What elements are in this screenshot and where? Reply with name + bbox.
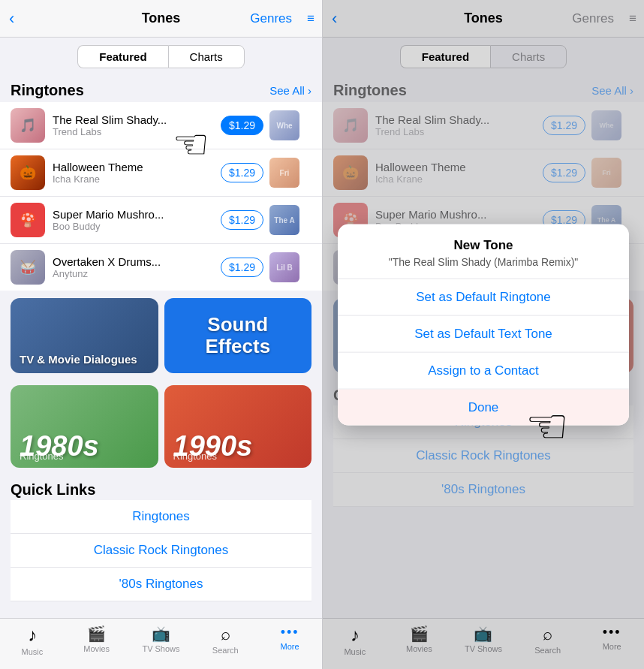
left-nav-bar: ‹ Tones Genres ≡ xyxy=(0,0,322,38)
left-tile-tv-label: TV & Movie Dialogues xyxy=(20,353,137,366)
left-tiles-row-1: TV & Movie Dialogues SoundEffects xyxy=(0,292,322,379)
left-price-btn-1[interactable]: $1.29 xyxy=(221,116,263,135)
left-tab-more-label: More xyxy=(281,642,299,651)
left-tab-tvshows-label: TV Shows xyxy=(142,644,179,653)
left-genres-button[interactable]: Genres xyxy=(250,11,292,26)
left-ringtone-artist-2: Icha Krane xyxy=(53,173,221,185)
action-sheet-header: New Tone "The Real Slim Shady (Marimba R… xyxy=(338,224,629,279)
left-price-btn-4[interactable]: $1.29 xyxy=(221,258,263,277)
left-ringtones-header: Ringtones See All › xyxy=(0,74,322,102)
list-item[interactable]: '80s Ringtones xyxy=(11,568,311,601)
search-icon: ⌕ xyxy=(221,625,230,644)
left-tab-music-label: Music xyxy=(22,647,44,656)
left-tile-1990s[interactable]: 1990s Ringtones xyxy=(164,385,312,468)
left-tile-sfx-label: SoundEffects xyxy=(205,314,270,357)
left-tab-search-label: Search xyxy=(212,646,239,655)
left-charts-tab[interactable]: Charts xyxy=(168,45,245,68)
left-1980s-sub: Ringtones xyxy=(20,451,64,462)
set-default-text-tone-button[interactable]: Set as Default Text Tone xyxy=(338,315,629,352)
right-action-sheet: New Tone "The Real Slim Shady (Marimba R… xyxy=(338,224,629,425)
done-button[interactable]: Done xyxy=(338,389,629,425)
table-row[interactable]: 🎵 The Real Slim Shady... Trend Labs $1.2… xyxy=(0,102,322,149)
left-tiles-row-2: 1980s Ringtones 1990s Ringtones xyxy=(0,379,322,474)
left-ringtone-name-2: Halloween Theme xyxy=(53,161,221,173)
left-art-4: 🥁 xyxy=(11,250,45,285)
left-ringtone-artist-4: Anytunz xyxy=(53,268,221,279)
left-ringtones-title: Ringtones xyxy=(11,82,84,99)
left-art-3: 🍄 xyxy=(11,203,45,237)
left-1990s-sub: Ringtones xyxy=(173,451,218,462)
left-art-1: 🎵 xyxy=(11,108,45,143)
table-row[interactable]: 🥁 Overtaken X Drums... Anytunz $1.29 Lil… xyxy=(0,244,322,291)
left-art-2: 🎃 xyxy=(11,155,45,190)
list-item[interactable]: Classic Rock Ringtones xyxy=(11,534,311,568)
movies-icon: 🎬 xyxy=(87,625,106,643)
left-ringtone-name-1: The Real Slim Shady... xyxy=(53,113,221,126)
left-ringtone-name-3: Super Mario Mushro... xyxy=(53,208,221,221)
table-row[interactable]: 🎃 Halloween Theme Icha Krane $1.29 Fri xyxy=(0,149,322,197)
left-list-icon[interactable]: ≡ xyxy=(307,11,314,26)
action-sheet-subtitle: "The Real Slim Shady (Marimba Remix)" xyxy=(348,255,618,267)
tvshows-icon: 📺 xyxy=(152,625,170,643)
left-ringtone-artist-1: Trend Labs xyxy=(53,126,221,137)
left-extra-art-1: Whe xyxy=(269,110,311,140)
left-ringtone-info-4: Overtaken X Drums... Anytunz xyxy=(53,255,221,279)
music-icon: ♪ xyxy=(28,625,37,646)
left-tab-search[interactable]: ⌕ Search xyxy=(193,623,257,656)
left-quick-links: Quick Links Ringtones Classic Rock Ringt… xyxy=(0,474,322,601)
more-icon: ••• xyxy=(281,625,299,640)
table-row[interactable]: 🍄 Super Mario Mushro... Boo Buddy $1.29 … xyxy=(0,197,322,244)
left-tab-bar: ♪ Music 🎬 Movies 📺 TV Shows ⌕ Search •••… xyxy=(0,618,322,669)
left-tab-movies-label: Movies xyxy=(83,644,110,653)
left-ringtone-artist-3: Boo Buddy xyxy=(53,221,221,232)
left-nav-title: Tones xyxy=(142,11,181,26)
left-tab-movies[interactable]: 🎬 Movies xyxy=(65,623,129,655)
left-content: Ringtones See All › 🎵 The Real Slim Shad… xyxy=(0,74,322,618)
list-item[interactable]: Ringtones xyxy=(11,500,311,534)
left-price-btn-2[interactable]: $1.29 xyxy=(221,163,263,182)
left-tile-1980s[interactable]: 1980s Ringtones xyxy=(11,385,158,468)
left-back-button[interactable]: ‹ xyxy=(9,9,14,29)
left-extra-art-2: Fri xyxy=(269,158,311,188)
left-quick-links-title: Quick Links xyxy=(11,481,311,499)
left-ringtone-info-3: Super Mario Mushro... Boo Buddy xyxy=(53,208,221,232)
left-price-btn-3[interactable]: $1.29 xyxy=(221,210,263,230)
assign-contact-button[interactable]: Assign to a Contact xyxy=(338,352,629,389)
left-ringtone-name-4: Overtaken X Drums... xyxy=(53,255,221,268)
right-panel: ‹ Tones Genres ≡ Featured Charts Rington… xyxy=(322,0,644,669)
left-segment-control: Featured Charts xyxy=(0,38,322,74)
action-sheet-title: New Tone xyxy=(348,237,618,252)
set-default-ringtone-button[interactable]: Set as Default Ringtone xyxy=(338,279,629,315)
left-ringtone-list: 🎵 The Real Slim Shady... Trend Labs $1.2… xyxy=(0,102,322,291)
left-ringtone-info-2: Halloween Theme Icha Krane xyxy=(53,161,221,185)
left-tile-sfx[interactable]: SoundEffects xyxy=(164,298,312,373)
left-featured-tab[interactable]: Featured xyxy=(77,45,167,68)
left-extra-art-3: The A xyxy=(269,205,311,235)
left-panel: ‹ Tones Genres ≡ Featured Charts Rington… xyxy=(0,0,322,669)
left-extra-art-4: Lil B xyxy=(269,252,311,282)
left-see-all[interactable]: See All › xyxy=(269,84,311,97)
left-tab-music[interactable]: ♪ Music xyxy=(0,623,65,658)
left-tab-more[interactable]: ••• More xyxy=(257,623,322,652)
left-tile-tv[interactable]: TV & Movie Dialogues xyxy=(11,298,158,373)
left-tab-tvshows[interactable]: 📺 TV Shows xyxy=(129,623,194,655)
left-ringtone-info-1: The Real Slim Shady... Trend Labs xyxy=(53,113,221,137)
